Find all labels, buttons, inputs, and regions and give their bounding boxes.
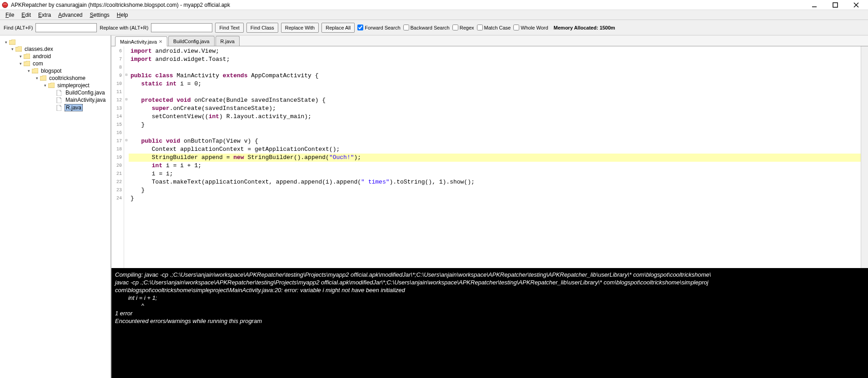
code-line[interactable] — [129, 64, 861, 72]
find-label: Find (ALT+F) — [4, 25, 33, 30]
folder-icon — [24, 54, 30, 59]
maximize-button[interactable] — [829, 1, 842, 9]
code-line[interactable]: } — [129, 121, 861, 129]
minimize-button[interactable] — [808, 1, 821, 9]
folder-icon — [40, 75, 46, 81]
tree-node-root[interactable]: ▾ — [2, 39, 109, 45]
find-class-button[interactable]: Find Class — [246, 23, 278, 33]
folder-icon — [15, 46, 22, 52]
tab-buildconfig-java[interactable]: BuildConfig.java — [168, 36, 215, 46]
code-editor[interactable]: 6789101112131415161718192021222324 ⊟⊟⊟ i… — [111, 46, 868, 268]
tree-node-label: R.java — [65, 104, 83, 111]
tree-node-r-java[interactable]: R.java — [2, 104, 109, 112]
console-output[interactable]: Compiling: javac -cp .;C:\Users\anjain\w… — [111, 268, 868, 378]
svg-point-2 — [5, 4, 6, 5]
memory-status: Memory Allocated: 1500m — [554, 25, 615, 30]
code-line[interactable]: protected void onCreate(Bundle savedInst… — [129, 96, 861, 104]
code-line[interactable]: super.onCreate(savedInstanceState); — [129, 104, 861, 113]
forward-search-checkbox[interactable]: Forward Search — [357, 25, 400, 30]
tree-toggle-icon[interactable]: ▾ — [18, 61, 23, 66]
replace-with-button[interactable]: Replace With — [281, 23, 319, 33]
replace-label: Replace with (ALT+R) — [100, 25, 148, 30]
tree-toggle-icon[interactable]: ▾ — [26, 69, 31, 73]
code-line[interactable]: public class MainActivity extends AppCom… — [129, 72, 861, 80]
fold-gutter[interactable]: ⊟⊟⊟ — [124, 46, 129, 268]
tree-toggle-icon[interactable]: ▾ — [43, 83, 47, 88]
tree-node-mainactivity-java[interactable]: MainActivity.java — [2, 96, 109, 104]
window-title: APKRepatcher by csanuragjain (https://co… — [11, 2, 808, 8]
code-line[interactable]: Toast.makeText(applicationContext, appen… — [129, 178, 861, 186]
line-number-gutter: 6789101112131415161718192021222324 — [111, 46, 124, 268]
tree-node-label: cooltrickshome — [48, 75, 86, 81]
tree-node-buildconfig-java[interactable]: BuildConfig.java — [2, 89, 109, 96]
main: ▾▾classes.dex▾android▾com▾blogspot▾coolt… — [0, 35, 868, 378]
code-line[interactable]: import android.view.View; — [129, 47, 861, 55]
backward-search-checkbox[interactable]: Backward Search — [403, 25, 450, 30]
menu-help[interactable]: Help — [113, 11, 132, 19]
svg-point-1 — [4, 4, 5, 5]
svg-rect-4 — [833, 3, 838, 7]
tab-label: R.java — [221, 39, 235, 44]
code-line[interactable]: } — [129, 194, 861, 203]
folder-icon — [9, 40, 15, 45]
whole-word-checkbox[interactable]: Whole Word — [513, 25, 548, 30]
tree-node-blogspot[interactable]: ▾blogspot — [2, 67, 109, 75]
app-icon — [2, 2, 8, 8]
editor-area: MainActivity.java✕BuildConfig.javaR.java… — [111, 35, 868, 378]
tree-node-label: com — [32, 60, 44, 67]
tree-node-cooltrickshome[interactable]: ▾cooltrickshome — [2, 75, 109, 82]
tree-node-com[interactable]: ▾com — [2, 60, 109, 67]
code-line[interactable]: int i = i + 1; — [129, 162, 861, 170]
tree-panel[interactable]: ▾▾classes.dex▾android▾com▾blogspot▾coolt… — [0, 35, 111, 378]
code-line[interactable]: i = i; — [129, 170, 861, 178]
file-icon — [56, 90, 63, 95]
menu-file[interactable]: File — [2, 11, 18, 19]
tree-node-android[interactable]: ▾android — [2, 53, 109, 60]
menubar: FileEditExtraAdvancedSettingsHelp — [0, 10, 868, 20]
tree-toggle-icon[interactable]: ▾ — [18, 54, 23, 59]
code-line[interactable]: static int i = 0; — [129, 80, 861, 88]
tree-toggle-icon[interactable]: ▾ — [4, 40, 8, 45]
titlebar: APKRepatcher by csanuragjain (https://co… — [0, 0, 868, 10]
code-line[interactable]: setContentView((int) R.layout.activity_m… — [129, 113, 861, 121]
replace-all-button[interactable]: Replace All — [321, 23, 355, 33]
tree-toggle-icon[interactable]: ▾ — [35, 76, 39, 80]
folder-icon — [24, 61, 30, 66]
tree-node-classes-dex[interactable]: ▾classes.dex — [2, 45, 109, 53]
tree-node-label: classes.dex — [24, 46, 54, 52]
toolbar: Find (ALT+F) Replace with (ALT+R) Find T… — [0, 20, 868, 35]
code-line[interactable] — [129, 88, 861, 96]
file-icon — [56, 105, 63, 110]
tab-r-java[interactable]: R.java — [216, 36, 240, 46]
tree-toggle-icon[interactable]: ▾ — [10, 47, 15, 51]
code-line[interactable]: StringBuilder append = new StringBuilder… — [129, 154, 861, 162]
regex-checkbox[interactable]: Regex — [452, 25, 474, 30]
tree-node-label: BuildConfig.java — [65, 90, 106, 96]
menu-advanced[interactable]: Advanced — [55, 11, 86, 19]
menu-extra[interactable]: Extra — [35, 11, 55, 19]
code-line[interactable]: import android.widget.Toast; — [129, 55, 861, 64]
code-line[interactable]: Context applicationContext = getApplicat… — [129, 145, 861, 154]
file-icon — [56, 97, 63, 103]
match-case-checkbox[interactable]: Match Case — [477, 25, 511, 30]
tree-node-label: blogspot — [40, 68, 62, 74]
code-content[interactable]: import android.view.View;import android.… — [129, 46, 861, 268]
code-line[interactable] — [129, 129, 861, 137]
menu-edit[interactable]: Edit — [18, 11, 35, 19]
folder-icon — [32, 68, 38, 74]
tab-strip: MainActivity.java✕BuildConfig.javaR.java — [111, 35, 868, 46]
code-line[interactable]: public void onButtonTap(View v) { — [129, 137, 861, 145]
find-input[interactable] — [35, 23, 97, 32]
find-text-button[interactable]: Find Text — [215, 23, 243, 33]
tab-mainactivity-java[interactable]: MainActivity.java✕ — [115, 36, 167, 46]
svg-point-0 — [2, 2, 8, 8]
tree-node-label: simpleproject — [56, 82, 90, 89]
editor-scrollbar[interactable] — [861, 46, 868, 268]
code-line[interactable]: } — [129, 186, 861, 194]
tree-node-simpleproject[interactable]: ▾simpleproject — [2, 82, 109, 89]
menu-settings[interactable]: Settings — [86, 11, 113, 19]
replace-input[interactable] — [151, 23, 212, 32]
close-button[interactable] — [850, 1, 863, 9]
close-icon[interactable]: ✕ — [159, 39, 162, 44]
tab-label: BuildConfig.java — [173, 39, 210, 44]
